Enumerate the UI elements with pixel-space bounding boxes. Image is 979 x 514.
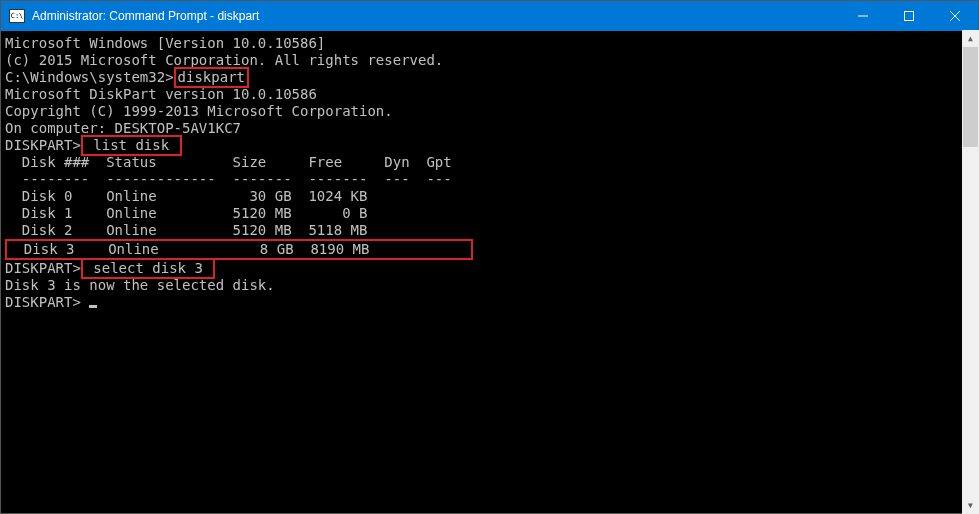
table-row: Disk 0 Online 30 GB 1024 KB [5,188,978,205]
highlight-cmd-diskpart: diskpart [174,67,249,88]
minimize-button[interactable] [840,1,886,31]
scroll-up-button[interactable]: ▲ [962,30,979,47]
highlight-cmd-list-disk: list disk [81,135,182,156]
prompt-line: DISKPART> select disk 3 [5,260,978,277]
cursor-icon [89,305,97,308]
window-title: Administrator: Command Prompt - diskpart [32,9,840,23]
scroll-down-button[interactable]: ▼ [962,497,979,514]
svg-rect-1 [905,12,914,21]
output-line: Copyright (C) 1999-2013 Microsoft Corpor… [5,103,978,120]
highlight-row-disk3: Disk 3 Online 8 GB 8190 MB [5,239,473,260]
prompt-text: DISKPART> [5,260,81,276]
output-line: Microsoft Windows [Version 10.0.10586] [5,35,978,52]
prompt-text: C:\Windows\system32> [5,69,174,85]
table-row-highlighted: Disk 3 Online 8 GB 8190 MB [5,239,978,260]
maximize-button[interactable] [886,1,932,31]
scrollbar[interactable]: ▲ ▼ [962,30,979,514]
prompt-text: DISKPART> [5,137,81,153]
table-row: Disk 1 Online 5120 MB 0 B [5,205,978,222]
output-line: (c) 2015 Microsoft Corporation. All righ… [5,52,978,69]
output-line: Disk 3 is now the selected disk. [5,277,978,294]
titlebar[interactable]: Administrator: Command Prompt - diskpart [1,1,978,31]
window-controls [840,1,978,31]
prompt-line: C:\Windows\system32>diskpart [5,69,978,86]
highlight-cmd-select-disk: select disk 3 [81,258,215,279]
table-row: Disk 2 Online 5120 MB 5118 MB [5,222,978,239]
command-prompt-window: Administrator: Command Prompt - diskpart… [0,0,979,514]
close-icon [950,11,960,21]
minimize-icon [858,11,868,21]
prompt-text: DISKPART> [5,294,89,310]
scrollbar-thumb[interactable] [963,47,978,147]
close-button[interactable] [932,1,978,31]
terminal-output[interactable]: Microsoft Windows [Version 10.0.10586] (… [1,31,978,513]
prompt-line: DISKPART> list disk [5,137,978,154]
cmd-icon [9,9,25,23]
table-divider: -------- ------------- ------- ------- -… [5,171,978,188]
maximize-icon [904,11,914,21]
table-header: Disk ### Status Size Free Dyn Gpt [5,154,978,171]
output-line: Microsoft DiskPart version 10.0.10586 [5,86,978,103]
prompt-line-active: DISKPART> [5,294,978,311]
